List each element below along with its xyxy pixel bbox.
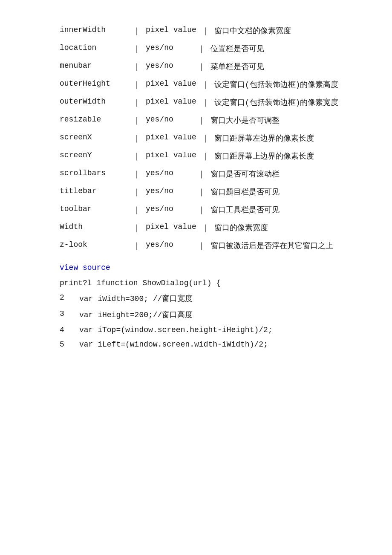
sep2-z-look: ｜ [198, 240, 205, 251]
line-number-5: 5 [60, 340, 79, 349]
prop-name-outerWidth: outerWidth [60, 97, 128, 107]
table-row-outerWidth: outerWidth｜pixel value｜设定窗口(包括装饰边框)的像素宽度 [26, 97, 366, 107]
line-code-1: function ShowDialog(url) { [101, 279, 366, 287]
line-number-3: 3 [60, 309, 79, 318]
prop-type-outerWidth: pixel value [146, 97, 196, 107]
sep1-titlebar: ｜ [133, 187, 141, 197]
line-code-3: var iHeight=200;//窗口高度 [79, 309, 366, 320]
prop-type-Width: pixel value [146, 223, 196, 231]
code-line-2: 2var iWidth=300; //窗口宽度 [60, 293, 366, 304]
prop-desc-location: 位置栏是否可见 [210, 43, 366, 54]
sep2-innerWidth: ｜ [202, 26, 209, 36]
prop-desc-outerHeight: 设定窗口(包括装饰边框)的像素高度 [214, 79, 339, 90]
properties-table: innerWidth｜pixel value｜窗口中文档的像素宽度locatio… [26, 26, 366, 251]
prop-name-Width: Width [60, 223, 128, 231]
prop-desc-screenY: 窗口距屏幕上边界的像素长度 [214, 151, 366, 161]
sep1-innerWidth: ｜ [133, 26, 141, 36]
line-code-4: var iTop=(window.screen.height-iHeight)/… [79, 326, 366, 334]
code-line-1: print?l 1function ShowDialog(url) { [60, 279, 366, 287]
sep2-menubar: ｜ [198, 61, 205, 72]
table-row-toolbar: toolbar｜yes/no｜窗口工具栏是否可见 [26, 205, 366, 215]
sep2-scrollbars: ｜ [198, 169, 205, 179]
prop-type-resizable: yes/no [146, 115, 193, 124]
prop-name-toolbar: toolbar [60, 205, 128, 213]
table-row-menubar: menubar｜yes/no｜菜单栏是否可见 [26, 61, 366, 72]
prop-desc-resizable: 窗口大小是否可调整 [210, 115, 366, 125]
line-code-5: var iLeft=(window.screen.width-iWidth)/2… [79, 340, 366, 349]
sep2-screenY: ｜ [202, 151, 209, 161]
prop-type-screenY: pixel value [146, 151, 196, 159]
line-code-2: var iWidth=300; //窗口宽度 [79, 293, 366, 304]
prop-type-menubar: yes/no [146, 61, 193, 70]
prop-type-location: yes/no [146, 43, 193, 52]
prop-desc-outerWidth: 设定窗口(包括装饰边框)的像素宽度 [214, 97, 339, 107]
sep1-scrollbars: ｜ [133, 169, 141, 179]
sep2-outerHeight: ｜ [202, 79, 209, 90]
table-row-Width: Width｜pixel value｜窗口的像素宽度 [26, 223, 366, 233]
prop-type-outerHeight: pixel value [146, 79, 196, 90]
sep2-outerWidth: ｜ [202, 97, 209, 107]
sep2-titlebar: ｜ [198, 187, 205, 197]
prop-name-z-look: z-look [60, 240, 128, 251]
sep1-resizable: ｜ [133, 115, 141, 125]
sep1-menubar: ｜ [133, 61, 141, 72]
prop-name-resizable: resizable [60, 115, 128, 124]
table-row-z-look: z-look｜yes/no｜窗口被激活后是否浮在其它窗口之上 [26, 240, 366, 251]
prop-desc-Width: 窗口的像素宽度 [214, 223, 366, 233]
sep1-z-look: ｜ [133, 240, 141, 251]
sep2-toolbar: ｜ [198, 205, 205, 215]
sep1-screenY: ｜ [133, 151, 141, 161]
prop-type-toolbar: yes/no [146, 205, 193, 213]
sep1-outerHeight: ｜ [133, 79, 141, 90]
code-section: view sourceprint?l 1function ShowDialog(… [26, 263, 366, 349]
sep2-location: ｜ [198, 43, 205, 54]
view-source-link[interactable]: view source [60, 263, 366, 272]
table-row-outerHeight: outerHeight｜pixel value｜设定窗口(包括装饰边框)的像素高… [26, 79, 366, 90]
code-line-3: 3var iHeight=200;//窗口高度 [60, 309, 366, 320]
line-number-2: 2 [60, 293, 79, 302]
table-row-innerWidth: innerWidth｜pixel value｜窗口中文档的像素宽度 [26, 26, 366, 36]
code-block: print?l 1function ShowDialog(url) {2var … [60, 279, 366, 349]
prop-name-scrollbars: scrollbars [60, 169, 128, 177]
table-row-screenY: screenY｜pixel value｜窗口距屏幕上边界的像素长度 [26, 151, 366, 161]
sep1-location: ｜ [133, 43, 141, 54]
line-number-1: print?l 1 [60, 279, 101, 287]
prop-name-titlebar: titlebar [60, 187, 128, 195]
prop-desc-toolbar: 窗口工具栏是否可见 [210, 205, 366, 215]
sep1-screenX: ｜ [133, 133, 141, 143]
prop-name-screenX: screenX [60, 133, 128, 142]
prop-type-innerWidth: pixel value [146, 26, 196, 34]
sep2-Width: ｜ [202, 223, 209, 233]
code-line-4: 4var iTop=(window.screen.height-iHeight)… [60, 326, 366, 334]
prop-name-outerHeight: outerHeight [60, 79, 128, 90]
prop-type-z-look: yes/no [146, 240, 193, 251]
table-row-screenX: screenX｜pixel value｜窗口距屏幕左边界的像素长度 [26, 133, 366, 143]
prop-type-titlebar: yes/no [146, 187, 193, 195]
prop-name-innerWidth: innerWidth [60, 26, 128, 34]
table-row-resizable: resizable｜yes/no｜窗口大小是否可调整 [26, 115, 366, 125]
prop-desc-screenX: 窗口距屏幕左边界的像素长度 [214, 133, 366, 143]
sep1-Width: ｜ [133, 223, 141, 233]
prop-desc-scrollbars: 窗口是否可有滚动栏 [210, 169, 366, 179]
prop-name-menubar: menubar [60, 61, 128, 70]
code-line-5: 5var iLeft=(window.screen.width-iWidth)/… [60, 340, 366, 349]
prop-desc-z-look: 窗口被激活后是否浮在其它窗口之上 [210, 240, 333, 251]
table-row-titlebar: titlebar｜yes/no｜窗口题目栏是否可见 [26, 187, 366, 197]
table-row-location: location｜yes/no｜位置栏是否可见 [26, 43, 366, 54]
prop-type-scrollbars: yes/no [146, 169, 193, 177]
table-row-scrollbars: scrollbars｜yes/no｜窗口是否可有滚动栏 [26, 169, 366, 179]
prop-desc-menubar: 菜单栏是否可见 [210, 61, 366, 72]
line-number-4: 4 [60, 326, 79, 334]
prop-name-location: location [60, 43, 128, 52]
content-area: innerWidth｜pixel value｜窗口中文档的像素宽度locatio… [26, 17, 366, 363]
sep2-resizable: ｜ [198, 115, 205, 125]
sep1-outerWidth: ｜ [133, 97, 141, 107]
prop-name-screenY: screenY [60, 151, 128, 159]
prop-desc-titlebar: 窗口题目栏是否可见 [210, 187, 366, 197]
sep1-toolbar: ｜ [133, 205, 141, 215]
prop-desc-innerWidth: 窗口中文档的像素宽度 [214, 26, 366, 36]
sep2-screenX: ｜ [202, 133, 209, 143]
prop-type-screenX: pixel value [146, 133, 196, 142]
